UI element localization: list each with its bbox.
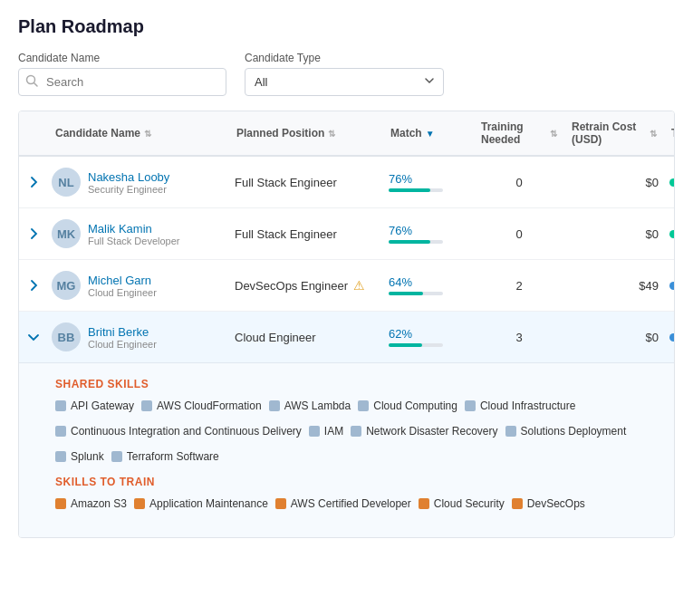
th-retrain: Retrain Cost (USD) ⇅ (564, 111, 664, 155)
skill-icon-train (419, 498, 429, 509)
shared-skills-title: SHARED SKILLS (55, 378, 656, 390)
match-bar-3 (389, 292, 423, 295)
candidate-info-3: Michel Garn Cloud Engineer (88, 274, 157, 298)
skill-ndr: Network Disaster Recovery (351, 425, 497, 438)
type-dot-4 (669, 333, 675, 342)
skill-icon (55, 400, 66, 411)
candidate-info-1: Nakesha Looby Security Engineer (88, 170, 169, 195)
training-cell-3: 2 (474, 272, 564, 300)
row-malik: MK Malik Kamin Full Stack Developer Full… (19, 208, 674, 259)
expand-row-4[interactable] (19, 325, 48, 349)
th-type: Type ⇅ (664, 111, 675, 155)
skill-icon (358, 400, 369, 411)
skill-icon (505, 426, 516, 437)
type-dot-3 (669, 282, 675, 290)
skill-amazon-s3: Amazon S3 (55, 497, 127, 510)
skill-aws-certified: AWS Certified Developer (275, 497, 411, 510)
th-name: Candidate Name ⇅ (48, 111, 229, 155)
match-bar-bg-4 (389, 343, 443, 347)
row-britni: BB Britni Berke Cloud Engineer Cloud Eng… (19, 312, 674, 362)
skill-iam: IAM (309, 425, 343, 438)
candidate-name-3[interactable]: Michel Garn (88, 274, 157, 287)
skill-icon-train (134, 498, 145, 509)
row-michel: MG Michel Garn Cloud Engineer DevSecOps … (19, 260, 674, 311)
match-bar-2 (389, 240, 430, 244)
type-select-wrapper: All Internal External (245, 68, 444, 96)
type-select[interactable]: All Internal External (245, 68, 444, 96)
expanded-content-britni: SHARED SKILLS API Gateway AWS CloudForma… (19, 362, 674, 537)
candidate-cell-3: MG Michel Garn Cloud Engineer (48, 264, 229, 307)
match-bar-4 (389, 343, 422, 347)
candidate-type-filter: Candidate Type All Internal External (245, 52, 444, 96)
planned-pos-4: Cloud Engineer (229, 323, 383, 351)
skill-splunk: Splunk (55, 450, 104, 463)
retrain-cell-1: $0 (564, 168, 664, 197)
match-pct-4: 62% (389, 327, 468, 341)
candidate-name-4[interactable]: Britni Berke (88, 325, 157, 339)
table-header: Candidate Name ⇅ Planned Position ⇅ Matc… (19, 111, 674, 157)
expand-row-1[interactable] (19, 168, 48, 196)
planned-pos-3: DevSecOps Engineer ⚠ (229, 271, 383, 300)
training-cell-4: 3 (474, 323, 564, 351)
skill-icon-train (55, 498, 66, 509)
match-bar-bg-2 (389, 240, 443, 244)
candidate-name-2[interactable]: Malik Kamin (88, 222, 180, 236)
candidate-type-label: Candidate Type (245, 52, 444, 64)
candidate-name-filter: Candidate Name (18, 52, 226, 96)
retrain-cell-4: $0 (564, 323, 664, 351)
match-cell-3: 64% (383, 268, 474, 303)
skill-terraform: Terraform Software (111, 450, 219, 463)
candidate-role-2: Full Stack Developer (88, 236, 180, 246)
skills-to-train-title: SKILLS TO TRAIN (55, 476, 656, 488)
match-cell-4: 62% (383, 320, 474, 354)
avatar-2: MK (52, 219, 81, 248)
candidate-name-1[interactable]: Nakesha Looby (88, 170, 169, 184)
candidate-cell-2: MK Malik Kamin Full Stack Developer (48, 212, 229, 255)
training-cell-1: 0 (474, 168, 564, 197)
expand-row-3[interactable] (19, 272, 48, 299)
skill-app-maintenance: Application Maintenance (134, 497, 268, 510)
skill-solutions-dep: Solutions Deployment (505, 425, 627, 438)
skill-icon-train (275, 498, 286, 509)
skill-lambda: AWS Lambda (269, 399, 351, 412)
shared-skills-list: API Gateway AWS CloudFormation AWS Lambd… (55, 399, 656, 412)
svg-line-1 (34, 83, 38, 87)
type-cell-1: Qualified (664, 168, 675, 197)
candidate-cell-4: BB Britni Berke Cloud Engineer (48, 315, 229, 359)
skill-cloudformation: AWS CloudFormation (141, 399, 262, 412)
skill-devsecops: DevSecOps (512, 497, 585, 510)
warning-icon-3: ⚠ (353, 278, 365, 293)
candidate-info-2: Malik Kamin Full Stack Developer (88, 222, 180, 246)
type-cell-4: Internal (664, 323, 675, 351)
th-expand (19, 111, 48, 155)
skill-icon (351, 426, 361, 437)
training-cell-2: 0 (474, 220, 564, 248)
match-pct-1: 76% (389, 172, 468, 186)
skill-cloud-computing: Cloud Computing (358, 399, 457, 412)
skill-icon (55, 426, 66, 437)
skill-cloud-security: Cloud Security (419, 497, 505, 510)
expand-row-2[interactable] (19, 220, 48, 247)
sort-match-icon[interactable]: ▼ (426, 129, 435, 139)
filters-bar: Candidate Name Candidate Type All Intern… (18, 52, 675, 96)
skill-icon (465, 400, 476, 411)
candidate-cell-1: NL Nakesha Looby Security Engineer (48, 160, 229, 204)
skill-icon (309, 426, 320, 437)
page-title: Plan Roadmap (18, 16, 675, 37)
skill-icon (111, 451, 122, 462)
skill-icon (269, 400, 280, 411)
search-icon (25, 74, 38, 90)
match-bar-1 (389, 188, 430, 192)
candidate-name-label: Candidate Name (18, 52, 226, 64)
search-input[interactable] (18, 68, 226, 96)
match-cell-2: 76% (383, 217, 474, 251)
skill-icon (141, 400, 152, 411)
table-row: BB Britni Berke Cloud Engineer Cloud Eng… (19, 312, 674, 537)
row-nakesha: NL Nakesha Looby Security Engineer Full … (19, 157, 674, 207)
sort-retrain-icon[interactable]: ⇅ (650, 129, 657, 139)
planned-pos-1: Full Stack Engineer (229, 168, 383, 197)
sort-training-icon[interactable]: ⇅ (550, 129, 557, 139)
sort-planned-icon[interactable]: ⇅ (328, 129, 335, 139)
sort-name-icon[interactable]: ⇅ (144, 129, 151, 139)
table-row: MG Michel Garn Cloud Engineer DevSecOps … (19, 260, 674, 312)
